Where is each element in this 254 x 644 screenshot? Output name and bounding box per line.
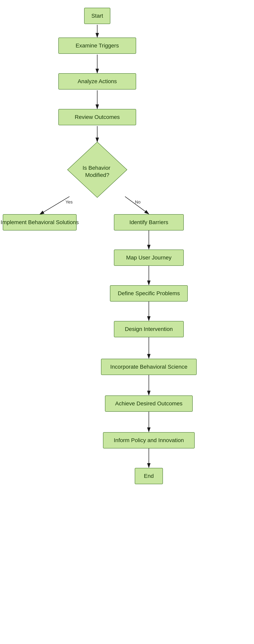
define-specific-label: Define Specific Problems bbox=[118, 290, 180, 296]
start-node: Start bbox=[84, 8, 110, 24]
map-user-journey-node: Map User Journey bbox=[114, 250, 184, 266]
achieve-desired-node: Achieve Desired Outcomes bbox=[105, 396, 192, 412]
incorporate-behavioral-node: Incorporate Behavioral Science bbox=[101, 359, 196, 375]
implement-behavioral-label: Implement Behavioral Solutions bbox=[0, 219, 79, 225]
design-intervention-label: Design Intervention bbox=[125, 326, 173, 332]
yes-label: Yes bbox=[66, 200, 73, 204]
examine-triggers-node: Examine Triggers bbox=[58, 38, 136, 54]
flowchart-container: Start Examine Triggers Analyze Actions R… bbox=[0, 4, 254, 644]
design-intervention-node: Design Intervention bbox=[114, 321, 184, 337]
arrow-decision-yes bbox=[40, 196, 70, 214]
review-outcomes-label: Review Outcomes bbox=[74, 114, 120, 120]
behavior-modified-decision: Is Behavior Modified? bbox=[68, 142, 127, 198]
inform-policy-node: Inform Policy and Innovation bbox=[103, 432, 194, 448]
end-label: End bbox=[144, 473, 154, 479]
end-node: End bbox=[135, 468, 163, 484]
identify-barriers-label: Identify Barriers bbox=[130, 219, 168, 225]
achieve-desired-label: Achieve Desired Outcomes bbox=[115, 400, 182, 406]
review-outcomes-node: Review Outcomes bbox=[58, 109, 136, 125]
analyze-actions-label: Analyze Actions bbox=[78, 78, 117, 84]
analyze-actions-node: Analyze Actions bbox=[58, 74, 136, 89]
map-user-journey-label: Map User Journey bbox=[126, 254, 172, 261]
incorporate-behavioral-label: Incorporate Behavioral Science bbox=[110, 364, 187, 370]
implement-behavioral-node: Implement Behavioral Solutions bbox=[0, 214, 79, 230]
inform-policy-label: Inform Policy and Innovation bbox=[114, 437, 184, 443]
start-label: Start bbox=[91, 13, 103, 19]
examine-triggers-label: Examine Triggers bbox=[76, 42, 119, 49]
define-specific-node: Define Specific Problems bbox=[110, 286, 188, 301]
identify-barriers-node: Identify Barriers bbox=[114, 214, 184, 230]
arrow-decision-no bbox=[125, 196, 149, 214]
no-label: No bbox=[135, 200, 140, 204]
